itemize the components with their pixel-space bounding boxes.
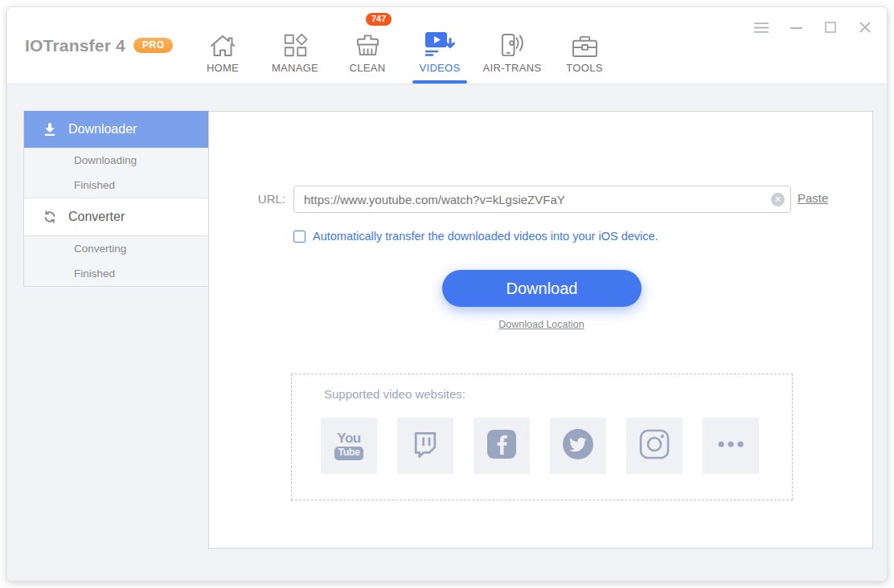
facebook-icon <box>486 428 518 463</box>
twitch-icon <box>409 428 441 463</box>
nav-label: MANAGE <box>272 62 318 74</box>
sidebar-item-label: Converter <box>68 210 125 224</box>
sidebar-item-converter-finished[interactable]: Finished <box>24 261 208 286</box>
download-location-link[interactable]: Download Location <box>498 319 584 330</box>
app-logo: IOTransfer 4 PRO <box>25 7 173 84</box>
nav-item-videos[interactable]: VIDEOS <box>404 7 476 84</box>
sidebar-item-label: Downloader <box>68 122 137 137</box>
url-input[interactable] <box>293 186 791 213</box>
nav-item-manage[interactable]: MANAGE <box>259 7 331 84</box>
air-trans-phone-icon <box>498 29 527 58</box>
nav-label: HOME <box>207 62 239 74</box>
manage-grid-icon <box>283 29 308 58</box>
nav-label: AIR-TRANS <box>483 62 542 74</box>
sidebar-item-converter[interactable]: Converter <box>24 198 208 236</box>
maximize-icon[interactable] <box>823 20 838 35</box>
download-arrow-icon <box>42 121 58 137</box>
youtube-icon: You Tube <box>334 431 364 460</box>
nav-label: CLEAN <box>350 62 386 74</box>
download-button[interactable]: Download <box>442 270 642 307</box>
sidebar-item-downloader-finished[interactable]: Finished <box>24 173 208 198</box>
facebook-tile[interactable] <box>474 418 530 474</box>
app-title: IOTransfer 4 <box>25 36 125 55</box>
supported-websites-title: Supported video websites: <box>324 387 465 401</box>
sidebar: Downloader Downloading Finished Converte… <box>23 111 208 287</box>
nav-item-home[interactable]: HOME <box>187 7 259 84</box>
twitter-tile[interactable] <box>550 418 606 474</box>
downloader-panel: URL: ✕ Paste Automatically transfer the … <box>208 111 873 549</box>
videos-download-icon <box>424 29 457 58</box>
minimize-icon[interactable] <box>789 20 803 35</box>
auto-transfer-checkbox[interactable] <box>293 231 306 243</box>
youtube-tile[interactable]: You Tube <box>321 418 377 474</box>
main-nav: HOME MANAGE 747 <box>187 7 621 84</box>
nav-label: TOOLS <box>566 62 602 74</box>
sync-arrows-icon <box>42 209 58 225</box>
app-window: IOTransfer 4 PRO HOME <box>6 6 888 582</box>
close-icon[interactable] <box>858 20 872 35</box>
nav-item-clean[interactable]: 747 CLEAN <box>331 7 404 84</box>
instagram-icon <box>638 428 670 463</box>
clean-brush-icon <box>355 29 381 58</box>
window-controls <box>754 20 872 35</box>
auto-transfer-row: Automatically transfer the downloaded vi… <box>293 230 658 243</box>
content-area: Downloader Downloading Finished Converte… <box>7 84 887 581</box>
instagram-tile[interactable] <box>626 418 683 474</box>
header: IOTransfer 4 PRO HOME <box>7 7 887 84</box>
supported-websites-tiles: You Tube <box>321 418 759 474</box>
twitter-icon <box>561 427 595 464</box>
nav-item-tools[interactable]: TOOLS <box>548 7 621 84</box>
sidebar-item-downloader[interactable]: Downloader <box>24 111 208 148</box>
hamburger-menu-icon[interactable] <box>754 20 769 35</box>
auto-transfer-label[interactable]: Automatically transfer the downloaded vi… <box>313 230 658 243</box>
supported-websites-box: Supported video websites: You Tube <box>291 374 793 500</box>
pro-badge: PRO <box>133 38 174 53</box>
download-location-row: Download Location <box>209 319 874 330</box>
nav-label: VIDEOS <box>420 62 461 74</box>
url-label: URL: <box>209 192 285 206</box>
sidebar-item-converting[interactable]: Converting <box>24 236 208 261</box>
twitch-tile[interactable] <box>397 418 453 474</box>
sidebar-item-downloading[interactable]: Downloading <box>24 148 208 173</box>
more-dots-icon <box>715 428 747 463</box>
home-icon <box>209 29 236 58</box>
paste-link[interactable]: Paste <box>798 191 828 205</box>
clear-circle-x-icon[interactable]: ✕ <box>771 193 785 206</box>
clean-count-badge: 747 <box>366 13 392 26</box>
nav-item-air-trans[interactable]: AIR-TRANS <box>476 7 548 84</box>
tools-briefcase-icon <box>572 29 598 58</box>
more-sites-tile[interactable] <box>703 418 759 474</box>
